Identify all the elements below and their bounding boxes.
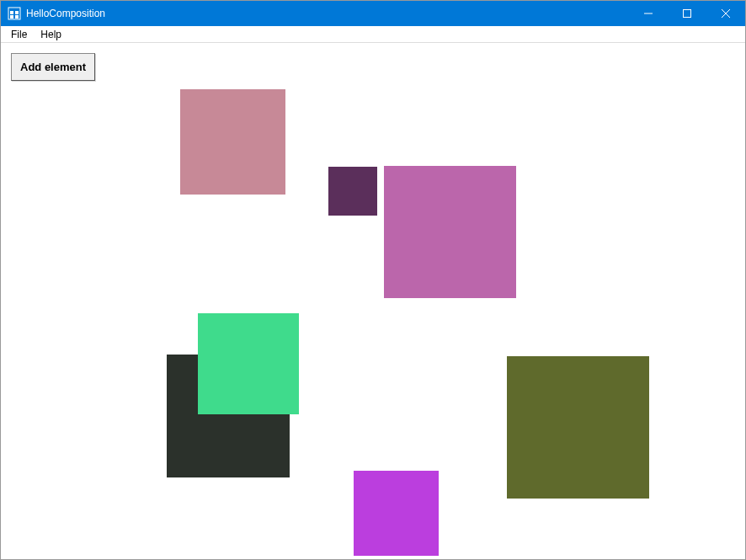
add-element-button[interactable]: Add element [11, 53, 95, 81]
menubar: File Help [1, 26, 745, 43]
svg-rect-6 [684, 10, 691, 18]
composition-element [507, 356, 649, 499]
composition-element [354, 471, 439, 556]
svg-rect-4 [15, 15, 19, 19]
maximize-button[interactable] [668, 1, 706, 26]
composition-element [198, 313, 299, 414]
svg-rect-1 [10, 11, 13, 14]
svg-rect-2 [15, 11, 19, 14]
composition-element [328, 167, 377, 216]
client-area: Add element [1, 43, 745, 559]
window-title: HelloComposition [26, 8, 629, 19]
svg-rect-3 [10, 15, 13, 19]
composition-element [180, 89, 285, 195]
menu-item-help[interactable]: Help [34, 27, 68, 42]
window-controls [629, 1, 745, 26]
composition-element [384, 166, 516, 298]
titlebar: HelloComposition [1, 1, 745, 26]
app-icon [8, 7, 21, 20]
menu-item-file[interactable]: File [4, 27, 34, 42]
close-button[interactable] [706, 1, 745, 26]
minimize-button[interactable] [629, 1, 668, 26]
